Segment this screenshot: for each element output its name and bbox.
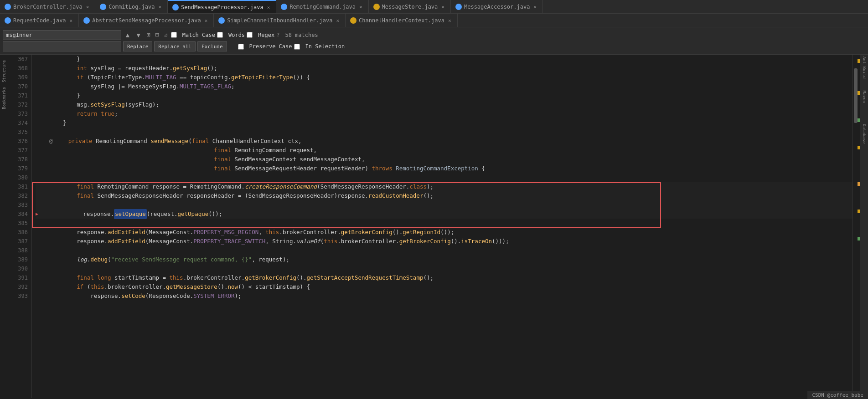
scrollbar-thumb[interactable]: [854, 68, 858, 123]
regex-checkbox[interactable]: [247, 32, 253, 38]
left-sidebar: Structure Bookmarks: [0, 55, 8, 398]
line-num-390: 390: [10, 264, 28, 273]
regex-option[interactable]: Regex: [247, 32, 274, 38]
close-icon[interactable]: ×: [447, 17, 453, 24]
gutter-marker-6: [858, 210, 860, 213]
code-line-385: [36, 219, 852, 228]
close-icon[interactable]: ×: [266, 4, 272, 11]
match-case-label: Match Case: [182, 32, 215, 38]
java-icon: [100, 4, 106, 10]
line-num-387: 387: [10, 237, 28, 246]
code-line-373: return true;: [36, 109, 852, 118]
line-num-381: 381: [10, 182, 28, 191]
line-num-385: 385: [10, 219, 28, 228]
code-line-393: response.setCode(ResponseCode.SYSTEM_ERR…: [36, 292, 852, 301]
database-label: Database: [862, 124, 867, 143]
next-match-button[interactable]: ▼: [134, 31, 143, 39]
close-icon[interactable]: ×: [203, 17, 209, 24]
line-num-372: 372: [10, 100, 28, 109]
line-numbers: 367 368 369 370 371 372 373 374 375 376 …: [8, 55, 32, 398]
replace-input[interactable]: [3, 41, 121, 51]
words-checkbox[interactable]: [217, 32, 223, 38]
java-icon: [373, 4, 380, 10]
close-icon[interactable]: ×: [532, 4, 538, 10]
code-line-386: response.addExtField(MessageConst.PROPER…: [36, 228, 852, 237]
split-button[interactable]: ⊟: [154, 32, 160, 38]
tab-requestcode[interactable]: RequestCode.java ×: [0, 14, 79, 27]
in-selection-checkbox[interactable]: [294, 44, 300, 50]
code-line-377: final RemotingCommand request,: [36, 146, 852, 155]
tab-simplechannel[interactable]: SimpleChannelInboundHandler.java ×: [214, 14, 346, 27]
java-icon: [5, 17, 11, 24]
close-icon[interactable]: ×: [157, 4, 163, 10]
code-line-387: response.addExtField(MessageConst.PROPER…: [36, 237, 852, 246]
code-line-382: final SendMessageResponseHeader response…: [36, 191, 852, 200]
line-num-378: 378: [10, 155, 28, 164]
words-option[interactable]: Words: [217, 32, 245, 38]
java-icon: [218, 17, 225, 24]
editor-window: BrokerController.java × CommitLog.java ×…: [0, 0, 868, 398]
close-icon[interactable]: ×: [85, 4, 91, 10]
line-num-375: 375: [10, 128, 28, 137]
maven-label: Maven: [862, 91, 867, 103]
tab-brokercontroller[interactable]: BrokerController.java ×: [0, 0, 95, 14]
match-case-checkbox[interactable]: [171, 32, 177, 38]
preserve-case-label: Preserve Case: [249, 43, 292, 50]
close-icon[interactable]: ×: [358, 4, 364, 10]
preserve-case-checkbox[interactable]: [238, 44, 244, 50]
code-line-391: final long startTimstamp = this.brokerCo…: [36, 273, 852, 282]
tab-label: MessageAccessor.java: [464, 4, 530, 10]
find-wordregex-button[interactable]: ⊞: [145, 32, 152, 38]
tab-bar-top: BrokerController.java × CommitLog.java ×…: [0, 0, 868, 14]
replace-button[interactable]: Replace: [123, 41, 152, 51]
search-input[interactable]: [3, 30, 121, 40]
filter-button[interactable]: ⊿: [162, 32, 169, 38]
far-right-panel: Ant Build Maven Database: [860, 55, 868, 398]
close-icon[interactable]: ×: [440, 4, 446, 10]
structure-label: Structure: [2, 60, 6, 82]
tab-commitlog[interactable]: CommitLog.java ×: [95, 0, 168, 14]
line-num-371: 371: [10, 91, 28, 100]
tab-messagestore[interactable]: MessageStore.java ×: [369, 0, 451, 14]
line-num-379: 379: [10, 164, 28, 173]
java-icon: [350, 17, 356, 24]
line-num-393: 393: [10, 292, 28, 301]
close-icon[interactable]: ×: [68, 17, 74, 24]
line-num-392: 392: [10, 282, 28, 292]
in-selection-option[interactable]: In Selection: [294, 43, 345, 50]
ant-build-label: Ant Build: [862, 56, 867, 79]
close-icon[interactable]: ×: [335, 17, 341, 24]
line-num-376: 376: [10, 137, 28, 146]
line-num-368: 368: [10, 64, 28, 73]
code-line-392: if (this.brokerController.getMessageStor…: [36, 282, 852, 292]
matches-count: 58 matches: [285, 32, 318, 38]
tab-abstractsend[interactable]: AbstractSendMessageProcessor.java ×: [79, 14, 214, 27]
line-num-377: 377: [10, 146, 28, 155]
match-case-option[interactable]: Match Case: [171, 32, 215, 38]
tab-label: MessageStore.java: [382, 4, 438, 10]
line-num-389: 389: [10, 255, 28, 264]
code-line-384: ▶ response.setOpaque(request.getOpaque()…: [36, 210, 852, 219]
java-icon: [5, 4, 11, 10]
tab-label: RequestCode.java: [13, 17, 66, 24]
code-content[interactable]: } int sysFlag = requestHeader.getSysFlag…: [32, 55, 852, 398]
tab-label: RemotingCommand.java: [289, 4, 356, 10]
line-num-384: 384: [10, 210, 28, 219]
code-line-390: [36, 264, 852, 273]
gutter-marker-3: [858, 118, 860, 122]
tab-sendmessageprocessor[interactable]: SendMessageProcessor.java ×: [168, 0, 276, 14]
exclude-button[interactable]: Exclude: [197, 41, 227, 51]
tab-remotingcommand[interactable]: RemotingCommand.java ×: [276, 0, 368, 14]
tab-label: AbstractSendMessageProcessor.java: [92, 17, 201, 24]
line-num-373: 373: [10, 109, 28, 118]
preserve-case-option[interactable]: Preserve Case: [238, 43, 292, 50]
question-mark: ?: [276, 32, 279, 38]
tab-messageaccessor[interactable]: MessageAccessor.java ×: [451, 0, 543, 14]
replace-all-button[interactable]: Replace all: [154, 41, 196, 51]
gutter-marker-4: [858, 146, 860, 149]
search-row-replace: Replace Replace all Exclude Preserve Cas…: [3, 41, 865, 51]
prev-match-button[interactable]: ▲: [123, 31, 132, 39]
tab-channelhandler[interactable]: ChannelHandlerContext.java ×: [346, 14, 457, 27]
java-icon: [83, 17, 90, 24]
line-num-391: 391: [10, 273, 28, 282]
